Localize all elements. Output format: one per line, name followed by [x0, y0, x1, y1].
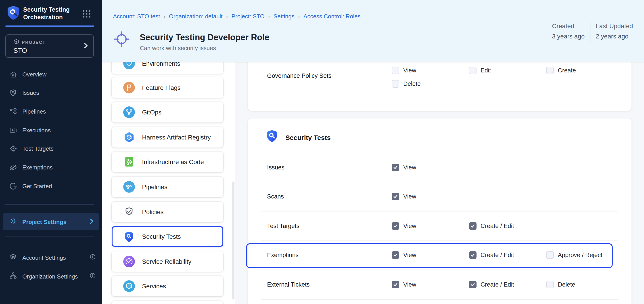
- permission-row-label: Scans: [261, 193, 392, 200]
- project-selector[interactable]: PROJECT STO: [5, 35, 94, 58]
- sidebar-item-issues[interactable]: Issues: [0, 84, 102, 102]
- checkbox-label[interactable]: Delete: [558, 281, 575, 288]
- checkbox-label[interactable]: View: [403, 164, 416, 171]
- checkbox-create-edit[interactable]: [469, 281, 476, 288]
- checkbox-delete[interactable]: [392, 80, 399, 88]
- resource-category-label: Pipelines: [142, 183, 168, 190]
- pipelines-icon: [123, 181, 135, 193]
- resource-category-pipelines[interactable]: Pipelines: [112, 177, 223, 197]
- sidebar-item-label: Executions: [22, 127, 51, 133]
- breadcrumb-item-project-sto[interactable]: Project: STO: [231, 13, 264, 20]
- checkbox-approve-reject[interactable]: [546, 251, 554, 259]
- permission-approve-reject: Approve / Reject: [546, 251, 624, 259]
- checkbox-create-edit[interactable]: [469, 251, 476, 259]
- resource-category-service-reliability[interactable]: Service Reliability: [112, 251, 223, 272]
- breadcrumb-item-settings[interactable]: Settings: [274, 13, 294, 20]
- eye-off-icon: [9, 163, 18, 172]
- checkbox-label[interactable]: View: [403, 223, 416, 229]
- resource-category-label: Harness Artifact Registry: [142, 134, 211, 141]
- checkbox-label[interactable]: Create / Edit: [480, 252, 514, 259]
- checkbox-view[interactable]: [392, 67, 399, 74]
- sidebar-item-overview[interactable]: Overview: [0, 65, 102, 83]
- module-list-scrollbar[interactable]: [232, 181, 234, 299]
- sidebar-item-exemptions[interactable]: Exemptions: [0, 158, 102, 176]
- info-icon[interactable]: [89, 253, 96, 261]
- checkbox-label[interactable]: Approve / Reject: [558, 252, 602, 259]
- checkbox-view[interactable]: [392, 222, 399, 230]
- resource-category-partial[interactable]: [112, 301, 223, 304]
- permission-create: Create: [546, 67, 624, 74]
- shield-search-icon: [9, 89, 18, 97]
- gitops-icon: [123, 106, 135, 118]
- resource-category-policies[interactable]: Policies: [112, 201, 223, 222]
- permission-view: View: [392, 193, 469, 200]
- sidebar: Security Testing Orchestration PROJECT S…: [0, 0, 102, 304]
- sidebar-item-project-settings[interactable]: Project Settings: [3, 213, 99, 230]
- checkbox-label[interactable]: View: [403, 281, 416, 288]
- sidebar-item-pipelines[interactable]: Pipelines: [0, 103, 102, 121]
- permission-view: View: [392, 164, 469, 171]
- resource-category-label: Infrastructure as Code: [142, 158, 204, 166]
- checkbox-view[interactable]: [392, 281, 399, 288]
- sidebar-item-executions[interactable]: Executions: [0, 121, 102, 139]
- permission-row-scans: Scans View: [261, 182, 618, 211]
- info-icon[interactable]: [89, 272, 96, 280]
- sidebar-item-label: Test Targets: [22, 146, 54, 152]
- checkbox-create-edit[interactable]: [469, 222, 476, 230]
- sidebar-item-account-settings[interactable]: Account Settings: [0, 248, 102, 266]
- permission-row-label: Exemptions: [261, 252, 392, 259]
- checkbox-view[interactable]: [392, 251, 399, 259]
- checkbox-label[interactable]: Edit: [480, 67, 491, 74]
- checkbox-label[interactable]: View: [403, 252, 416, 259]
- checkbox-label[interactable]: Create / Edit: [480, 223, 514, 229]
- permission-create-edit: Create / Edit: [469, 222, 546, 230]
- resource-category-label: Security Tests: [142, 233, 181, 240]
- policies-icon: [123, 206, 135, 217]
- checkbox-label[interactable]: Create: [558, 67, 576, 74]
- resource-category-feature-flags[interactable]: Feature Flags: [112, 77, 223, 98]
- module-grid-icon[interactable]: [82, 10, 91, 20]
- permission-view: View: [392, 281, 469, 288]
- security-tests-card: Security Tests Issues ViewScans ViewTest…: [248, 118, 632, 304]
- project-scope-label: PROJECT: [22, 40, 46, 45]
- resource-category-label: Policies: [142, 208, 164, 215]
- resource-category-infrastructure-as-code[interactable]: Infrastructure as Code: [112, 152, 223, 172]
- checkbox-label[interactable]: View: [403, 67, 416, 74]
- sidebar-item-label: Issues: [22, 89, 39, 96]
- resource-category-label: Services: [142, 283, 166, 290]
- checkbox-create[interactable]: [546, 67, 554, 74]
- resource-category-label: GitOps: [142, 109, 162, 116]
- security-shield-icon: [266, 130, 278, 145]
- executions-icon: [9, 126, 18, 134]
- chevron-right-icon: [84, 43, 88, 51]
- breadcrumb-item-organization-default[interactable]: Organization: default: [169, 13, 223, 20]
- resource-category-harness-artifact-registry[interactable]: Harness Artifact Registry: [112, 127, 223, 148]
- checkbox-view[interactable]: [392, 164, 399, 171]
- created-meta: Created 3 years ago: [552, 22, 584, 40]
- breadcrumb-item-access-control-roles[interactable]: Access Control: Roles: [304, 13, 361, 20]
- resource-category-security-tests[interactable]: Security Tests: [112, 226, 223, 247]
- checkbox-label[interactable]: Create / Edit: [480, 281, 514, 288]
- sidebar-item-test-targets[interactable]: Test Targets: [0, 140, 102, 158]
- resource-category-gitops[interactable]: GitOps: [112, 102, 223, 123]
- permission-create-edit: Create / Edit: [469, 251, 546, 259]
- permission-row-issues: Issues View: [261, 153, 618, 182]
- sidebar-item-get-started[interactable]: Get Started: [0, 177, 102, 195]
- resource-category-services[interactable]: Services: [112, 276, 223, 297]
- checkbox-label[interactable]: View: [403, 193, 416, 200]
- get-started-icon: [9, 182, 18, 190]
- breadcrumb-item-account-sto-test[interactable]: Account: STO test: [113, 13, 160, 20]
- permission-delete: Delete: [546, 281, 624, 288]
- permission-row-label: External Tickets: [261, 281, 392, 288]
- breadcrumb: Account: STO test›Organization: default›…: [113, 13, 361, 20]
- checkbox-label[interactable]: Delete: [403, 81, 421, 87]
- sidebar-item-label: Project Settings: [22, 218, 66, 225]
- checkbox-delete[interactable]: [546, 281, 554, 288]
- checkbox-edit[interactable]: [469, 67, 476, 74]
- iac-icon: [123, 156, 135, 168]
- checkbox-view[interactable]: [392, 193, 399, 200]
- section-title: Security Tests: [286, 133, 331, 141]
- resource-category-label: Service Reliability: [142, 258, 191, 265]
- sidebar-item-organization-settings[interactable]: Organization Settings: [0, 267, 102, 285]
- permission-delete: Delete: [392, 80, 469, 88]
